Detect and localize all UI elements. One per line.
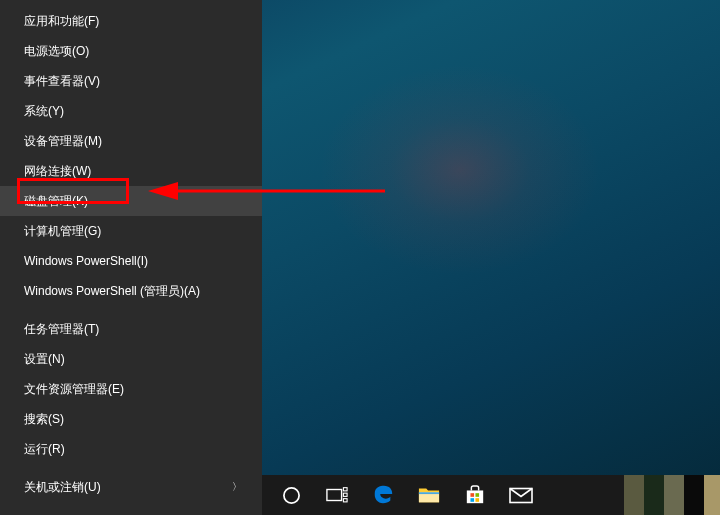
svg-rect-4 [343,488,347,491]
winx-context-menu: 应用和功能(F) 电源选项(O) 事件查看器(V) 系统(Y) 设备管理器(M)… [0,0,262,515]
menu-label: 文件资源管理器(E) [24,374,124,404]
file-explorer-button[interactable] [406,475,452,515]
menu-settings[interactable]: 设置(N) [0,344,262,374]
menu-event-viewer[interactable]: 事件查看器(V) [0,66,262,96]
svg-rect-5 [343,493,347,496]
file-explorer-icon [418,485,440,505]
menu-label: 任务管理器(T) [24,314,99,344]
taskbar-color-block [624,475,644,515]
svg-rect-3 [327,490,342,501]
taskbar-right-area [624,475,720,515]
menu-run[interactable]: 运行(R) [0,434,262,464]
menu-search[interactable]: 搜索(S) [0,404,262,434]
svg-rect-8 [419,492,439,494]
edge-icon [372,484,394,506]
menu-system[interactable]: 系统(Y) [0,96,262,126]
svg-rect-10 [470,493,474,497]
menu-disk-management[interactable]: 磁盘管理(K) [0,186,262,216]
mail-icon [509,487,533,504]
task-view-button[interactable] [314,475,360,515]
menu-powershell[interactable]: Windows PowerShell(I) [0,246,262,276]
taskbar-color-block [684,475,704,515]
menu-label: 电源选项(O) [24,36,89,66]
svg-rect-6 [343,499,347,502]
menu-label: 关机或注销(U) [24,472,101,502]
menu-shutdown-signout[interactable]: 关机或注销(U) 〉 [0,472,262,502]
menu-apps-and-features[interactable]: 应用和功能(F) [0,6,262,36]
menu-label: 磁盘管理(K) [24,186,88,216]
menu-label: 系统(Y) [24,96,64,126]
svg-rect-13 [475,498,479,502]
menu-label: 设备管理器(M) [24,126,102,156]
menu-computer-management[interactable]: 计算机管理(G) [0,216,262,246]
taskbar-color-block [664,475,684,515]
store-button[interactable] [452,475,498,515]
menu-network-connections[interactable]: 网络连接(W) [0,156,262,186]
task-view-icon [326,486,348,504]
svg-rect-9 [467,490,483,503]
menu-label: 运行(R) [24,434,65,464]
taskbar-color-block [644,475,664,515]
microsoft-store-icon [465,485,485,505]
menu-label: Windows PowerShell(I) [24,246,148,276]
chevron-right-icon: 〉 [232,472,242,502]
menu-power-options[interactable]: 电源选项(O) [0,36,262,66]
mail-button[interactable] [498,475,544,515]
menu-label: 事件查看器(V) [24,66,100,96]
taskbar-color-block [704,475,720,515]
menu-file-explorer[interactable]: 文件资源管理器(E) [0,374,262,404]
menu-label: 设置(N) [24,344,65,374]
svg-rect-11 [475,493,479,497]
taskbar [262,475,720,515]
menu-powershell-admin[interactable]: Windows PowerShell (管理员)(A) [0,276,262,306]
menu-label: 网络连接(W) [24,156,91,186]
menu-desktop[interactable]: 桌面(D) [0,510,262,515]
menu-label: Windows PowerShell (管理员)(A) [24,276,200,306]
menu-task-manager[interactable]: 任务管理器(T) [0,314,262,344]
cortana-circle-icon [282,486,301,505]
menu-label: 计算机管理(G) [24,216,101,246]
cortana-button[interactable] [268,475,314,515]
menu-label: 应用和功能(F) [24,6,99,36]
menu-device-manager[interactable]: 设备管理器(M) [0,126,262,156]
edge-button[interactable] [360,475,406,515]
svg-point-2 [283,487,298,502]
menu-label: 搜索(S) [24,404,64,434]
svg-rect-12 [470,498,474,502]
menu-label: 桌面(D) [24,510,65,515]
